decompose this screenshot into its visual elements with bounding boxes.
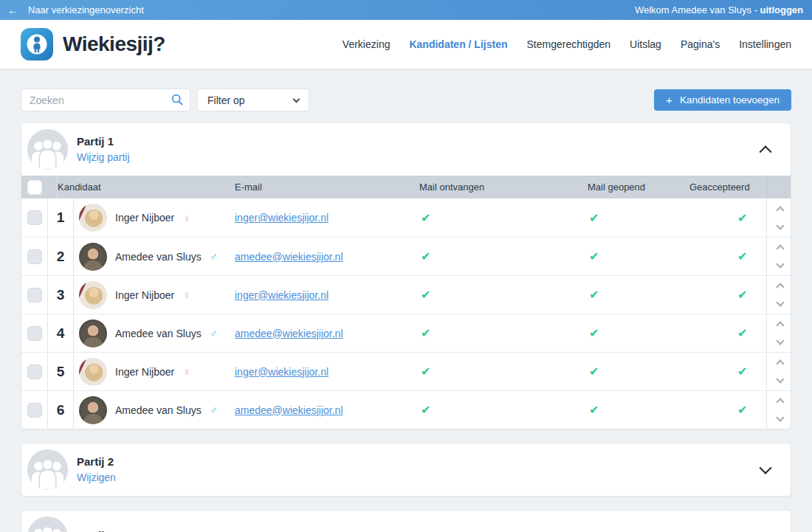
move-down-button[interactable] (776, 413, 784, 421)
geaccepteerd-cell: ✔ (689, 314, 766, 352)
move-down-button[interactable] (776, 336, 784, 345)
reorder-cell (766, 314, 791, 352)
candidate-email-link[interactable]: inger@wiekiesjijor.nl (235, 289, 328, 301)
move-down-button[interactable] (776, 260, 784, 268)
check-icon: ✔ (421, 326, 430, 340)
row-checkbox[interactable] (27, 210, 42, 225)
move-down-button[interactable] (776, 221, 784, 229)
email-cell: inger@wiekiesjijor.nl (235, 198, 419, 237)
table-row: 4Amedee van Sluys♂amedee@wiekiesjijor.nl… (21, 314, 791, 352)
row-select-cell (21, 391, 48, 429)
move-up-button[interactable] (776, 244, 784, 252)
party1-collapse-button[interactable] (757, 141, 774, 159)
mail-ontvangen-cell: ✔ (419, 391, 588, 429)
mail-geopend-cell: ✔ (588, 353, 689, 390)
chevron-down-icon (293, 95, 300, 103)
table-row: 2Amedee van Sluys♂amedee@wiekiesjijor.nl… (21, 237, 791, 275)
app-header: Wiekiesjij? VerkiezingKandidaten / Lijst… (0, 20, 812, 69)
table-row: 3Inger Nijboer♀inger@wiekiesjijor.nl✔✔✔ (21, 275, 791, 314)
male-icon: ♂ (210, 251, 218, 262)
nav-item-kandidaten-lijsten[interactable]: Kandidaten / Lijsten (409, 38, 507, 50)
check-icon: ✔ (737, 403, 747, 417)
move-up-button[interactable] (776, 321, 784, 329)
row-checkbox[interactable] (27, 249, 42, 264)
reorder-cell (766, 198, 791, 237)
row-checkbox[interactable] (27, 288, 42, 303)
check-icon: ✔ (589, 326, 599, 340)
candidate-email-link[interactable]: amedee@wiekiesjijor.nl (235, 251, 343, 263)
candidate-email-link[interactable]: inger@wiekiesjijor.nl (235, 212, 328, 224)
check-icon: ✔ (589, 211, 599, 225)
candidate-cell: Amedee van Sluys♂ (74, 314, 235, 352)
filter-dropdown[interactable]: Filter op (197, 89, 309, 111)
row-checkbox[interactable] (27, 326, 42, 341)
nav-item-instellingen[interactable]: Instellingen (739, 38, 791, 50)
party3-card-header: Partij 2 (21, 511, 791, 532)
check-icon: ✔ (589, 288, 599, 302)
nav-item-pagina-s[interactable]: Pagina's (681, 38, 720, 50)
party3-collapse-button[interactable] (757, 528, 774, 532)
candidate-email-link[interactable]: inger@wiekiesjijor.nl (235, 366, 328, 378)
plus-icon: + (666, 94, 672, 106)
check-icon: ✔ (421, 288, 430, 302)
party1-card-header: Partij 1 Wijzig partij (21, 123, 791, 176)
party2-edit-link[interactable]: Wijzigen (77, 471, 116, 483)
back-to-elections-link[interactable]: ← Naar verkiezingenoverzicht (7, 4, 144, 15)
move-down-button[interactable] (776, 375, 784, 383)
party1-edit-link[interactable]: Wijzig partij (77, 151, 130, 163)
move-down-button[interactable] (776, 298, 784, 306)
email-cell: amedee@wiekiesjijor.nl (235, 238, 419, 275)
topbar: ← Naar verkiezingenoverzicht Welkom Amed… (0, 0, 812, 20)
candidate-email-link[interactable]: amedee@wiekiesjijor.nl (235, 328, 343, 339)
female-icon: ♀ (182, 213, 190, 224)
candidate-cell: Inger Nijboer♀ (74, 198, 235, 237)
filter-label: Filter op (207, 94, 245, 106)
party-group-avatar (27, 449, 68, 490)
logout-link[interactable]: uitloggen (760, 4, 804, 15)
party2-collapse-button[interactable] (757, 461, 774, 479)
nav-item-uitslag[interactable]: Uitslag (630, 38, 661, 50)
reorder-cell (766, 353, 791, 390)
candidate-name: Inger Nijboer (115, 212, 174, 224)
chevron-down-icon (760, 461, 772, 474)
candidate-name: Inger Nijboer (115, 289, 174, 301)
party3-meta: Partij 2 (77, 529, 114, 532)
table-row: 5Inger Nijboer♀inger@wiekiesjijor.nl✔✔✔ (21, 352, 791, 390)
col-header-email: E-mail (235, 182, 419, 193)
search-icon (171, 94, 183, 106)
col-header-mail-ontvangen: Mail ontvangen (419, 182, 588, 193)
nav-item-stemgerechtigden[interactable]: Stemgerechtigden (526, 38, 610, 50)
position-number: 2 (48, 238, 74, 275)
move-up-button[interactable] (776, 398, 784, 406)
move-up-button[interactable] (776, 283, 784, 291)
search-input[interactable] (21, 89, 190, 111)
chevron-down-icon (760, 528, 772, 532)
party-card-3: Partij 2 (21, 510, 791, 532)
email-cell: inger@wiekiesjijor.nl (235, 276, 419, 314)
party1-table-header: Kandidaat E-mail Mail ontvangen Mail geo… (21, 176, 791, 198)
female-icon: ♀ (182, 289, 190, 300)
position-number: 4 (48, 314, 74, 352)
move-up-button[interactable] (776, 206, 784, 214)
add-candidates-label: Kandidaten toevoegen (680, 94, 780, 106)
row-checkbox[interactable] (27, 403, 42, 418)
geaccepteerd-cell: ✔ (689, 353, 766, 390)
nav-item-verkiezing[interactable]: Verkiezing (343, 38, 390, 50)
candidate-name: Amedee van Sluys (115, 328, 202, 339)
check-icon: ✔ (737, 249, 747, 263)
app-logo-icon (21, 28, 53, 61)
candidate-email-link[interactable]: amedee@wiekiesjijor.nl (235, 404, 343, 416)
reorder-cell (766, 391, 791, 429)
move-up-button[interactable] (776, 359, 784, 367)
male-icon: ♂ (210, 328, 218, 339)
main-nav: VerkiezingKandidaten / LijstenStemgerech… (343, 38, 791, 50)
brand[interactable]: Wiekiesjij? (21, 28, 165, 61)
position-number: 6 (48, 391, 74, 429)
mail-geopend-cell: ✔ (588, 198, 689, 237)
search-wrap (21, 89, 190, 111)
row-checkbox[interactable] (27, 365, 42, 379)
select-all-checkbox[interactable] (27, 180, 42, 195)
check-icon: ✔ (589, 403, 599, 417)
add-candidates-button[interactable]: + Kandidaten toevoegen (654, 89, 791, 111)
check-icon: ✔ (737, 365, 747, 379)
